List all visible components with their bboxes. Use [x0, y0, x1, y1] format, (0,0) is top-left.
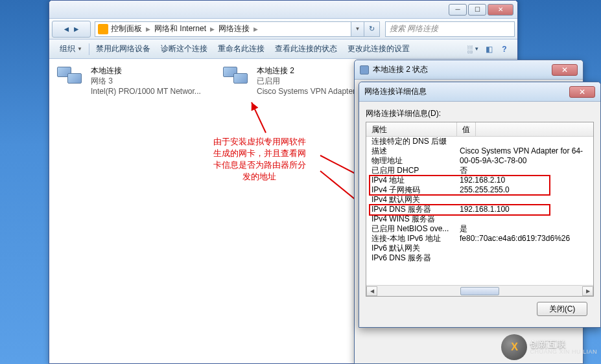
listview-header: 属性 值 [366, 122, 593, 137]
dialog-title: 本地连接 2 状态 [373, 64, 428, 75]
separator [89, 43, 89, 55]
connection-device: Intel(R) PRO/1000 MT Networ... [91, 86, 201, 97]
breadcrumb-item[interactable]: 网络连接 [218, 23, 250, 34]
property-value [457, 137, 460, 146]
column-header-value[interactable]: 值 [457, 122, 476, 136]
scroll-right-button[interactable]: ▶ [582, 286, 593, 296]
settings-button[interactable]: 更改此连接的设置 [342, 41, 415, 57]
breadcrumb-dropdown[interactable]: ▼ [351, 21, 364, 37]
disable-device-button[interactable]: 禁用此网络设备 [91, 41, 156, 57]
search-input[interactable]: 搜索 网络连接 [385, 21, 515, 37]
property-row[interactable]: IPv4 DNS 服务器192.168.1.100 [366, 205, 593, 214]
property-value: 192.168.1.100 [457, 205, 510, 214]
details-label: 网络连接详细信息(D): [366, 108, 594, 119]
property-value [457, 214, 460, 224]
rename-button[interactable]: 重命名此连接 [213, 41, 270, 57]
property-key: IPv6 默认网关 [366, 244, 457, 253]
property-value [457, 195, 460, 205]
search-placeholder: 搜索 网络连接 [390, 23, 438, 34]
network-connection-item[interactable]: 本地连接 网络 3 Intel(R) PRO/1000 MT Networ... [56, 65, 201, 97]
breadcrumb-item[interactable]: 网络和 Internet [154, 23, 206, 34]
property-value: 255.255.255.0 [457, 185, 510, 195]
property-key: 连接-本地 IPv6 地址 [366, 234, 457, 244]
address-bar: ◄ ► 控制面板 ▶ 网络和 Internet ▶ 网络连接 ▶ ▼ ↻ 搜索 … [49, 19, 517, 40]
dialog-close-button[interactable]: ✕ [552, 64, 578, 76]
watermark-logo-icon: X [501, 334, 527, 360]
diagnose-button[interactable]: 诊断这个连接 [156, 41, 213, 57]
property-row[interactable]: IPv4 WINS 服务器 [366, 214, 593, 224]
property-value: fe80::70ac:e4a6:d619:73d6%26 [457, 234, 570, 244]
property-row[interactable]: IPv6 DNS 服务器 [366, 253, 593, 263]
property-key: IPv4 地址 [366, 176, 457, 185]
property-key: IPv4 DNS 服务器 [366, 205, 457, 214]
minimize-button[interactable]: ─ [449, 4, 467, 16]
chevron-right-icon: ▶ [253, 26, 258, 32]
property-key: 描述 [366, 146, 457, 156]
view-menu-icon[interactable]: ░▼ [466, 43, 480, 56]
watermark-brand: 创新互联 [530, 339, 597, 348]
dialog-titlebar: 网络连接详细信息 ✕ [359, 82, 600, 102]
property-value: 00-05-9A-3C-78-00 [457, 156, 526, 166]
window-titlebar: ─ ☐ ✕ [49, 1, 517, 19]
property-row[interactable]: IPv4 地址192.168.2.10 [366, 176, 593, 185]
chevron-right-icon: ▶ [146, 26, 150, 32]
maximize-button[interactable]: ☐ [468, 4, 486, 16]
breadcrumb[interactable]: 控制面板 ▶ 网络和 Internet ▶ 网络连接 ▶ [95, 21, 351, 37]
annotation-text: 由于安装虚拟专用网软件 生成的网卡，并且查看网 卡信息是否为路由器所分 发的地址 [201, 136, 318, 183]
property-row[interactable]: 物理地址00-05-9A-3C-78-00 [366, 156, 593, 166]
network-adapter-icon [222, 65, 253, 91]
property-row[interactable]: 已启用 DHCP否 [366, 166, 593, 176]
breadcrumb-icon [98, 24, 108, 34]
property-key: IPv4 WINS 服务器 [366, 214, 457, 224]
scroll-left-button[interactable]: ◀ [366, 286, 377, 296]
property-row[interactable]: 描述Cisco Systems VPN Adapter for 64- [366, 146, 593, 156]
property-value: Cisco Systems VPN Adapter for 64- [457, 146, 583, 156]
command-toolbar: 组织▼ 禁用此网络设备 诊断这个连接 重命名此连接 查看此连接的状态 更改此连接… [49, 40, 517, 59]
network-connection-item[interactable]: 本地连接 2 已启用 Cisco Systems VPN Adapter fo.… [222, 65, 370, 97]
property-key: 已启用 NetBIOS ove... [366, 224, 457, 234]
dialog-title: 网络连接详细信息 [364, 86, 427, 97]
network-adapter-icon [56, 65, 87, 91]
dialog-titlebar: 本地连接 2 状态 ✕ [355, 60, 583, 80]
status-button[interactable]: 查看此连接的状态 [270, 41, 342, 57]
property-value [457, 244, 460, 253]
property-key: 已启用 DHCP [366, 166, 457, 176]
property-row[interactable]: 连接-本地 IPv6 地址fe80::70ac:e4a6:d619:73d6%2… [366, 234, 593, 244]
property-row[interactable]: IPv6 默认网关 [366, 244, 593, 253]
chevron-right-icon: ▶ [210, 26, 215, 32]
organize-menu[interactable]: 组织▼ [54, 41, 88, 57]
property-key: IPv4 默认网关 [366, 195, 457, 205]
property-value: 否 [457, 166, 467, 176]
preview-pane-icon[interactable]: ◧ [482, 43, 496, 56]
property-row[interactable]: 连接特定的 DNS 后缀 [366, 137, 593, 146]
property-value [457, 253, 460, 263]
property-key: IPv6 DNS 服务器 [366, 253, 457, 263]
network-icon [360, 65, 369, 74]
watermark: X 创新互联 CHUANG XIN HU LIAN [501, 334, 597, 360]
close-button[interactable]: ✕ [488, 4, 513, 16]
help-icon[interactable]: ? [497, 43, 512, 56]
property-key: IPv4 子网掩码 [366, 185, 457, 195]
property-value: 是 [457, 224, 467, 234]
property-key: 连接特定的 DNS 后缀 [366, 137, 457, 146]
nav-back-forward[interactable]: ◄ ► [52, 21, 91, 38]
properties-listview[interactable]: 属性 值 连接特定的 DNS 后缀描述Cisco Systems VPN Ada… [366, 122, 594, 297]
scrollbar-thumb[interactable] [460, 287, 499, 295]
property-row[interactable]: IPv4 默认网关 [366, 195, 593, 205]
dialog-close-button[interactable]: ✕ [569, 86, 595, 98]
breadcrumb-item[interactable]: 控制面板 [111, 23, 142, 34]
connection-name: 本地连接 [91, 65, 201, 76]
close-dialog-button[interactable]: 关闭(C) [537, 302, 587, 316]
horizontal-scrollbar[interactable]: ◀ ▶ [366, 285, 593, 296]
property-row[interactable]: 已启用 NetBIOS ove...是 [366, 224, 593, 234]
column-header-property[interactable]: 属性 [366, 122, 457, 136]
details-dialog: 网络连接详细信息 ✕ 网络连接详细信息(D): 属性 值 连接特定的 DNS 后… [359, 82, 601, 328]
watermark-sub: CHUANG XIN HU LIAN [530, 348, 597, 355]
refresh-button[interactable]: ↻ [364, 21, 380, 37]
property-key: 物理地址 [366, 156, 457, 166]
connection-network: 网络 3 [91, 76, 201, 86]
property-value: 192.168.2.10 [457, 176, 505, 185]
property-row[interactable]: IPv4 子网掩码255.255.255.0 [366, 185, 593, 195]
